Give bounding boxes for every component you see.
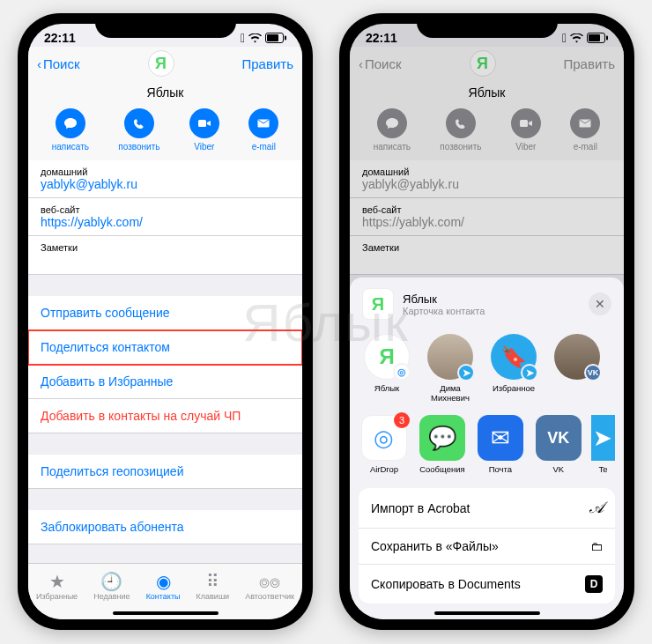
tab-voicemail[interactable]: ⌾⌾Автоответчик xyxy=(245,573,294,601)
action-video[interactable]: Viber xyxy=(189,108,219,152)
notch xyxy=(95,13,236,38)
field-email[interactable]: домашний yablyk@yablyk.ru xyxy=(28,160,302,198)
telegram-badge-icon: ➤ xyxy=(457,364,475,381)
action-call[interactable]: позвонить xyxy=(118,108,159,152)
action-message: написать xyxy=(374,108,411,152)
contact-avatar-icon: Я xyxy=(148,50,174,77)
row-block-caller[interactable]: Заблокировать абонента xyxy=(28,510,302,544)
share-person[interactable]: Я ◎ Яблык xyxy=(359,334,415,403)
row-add-emergency[interactable]: Добавить в контакты на случай ЧП xyxy=(28,399,302,433)
field-notes: Заметки xyxy=(350,236,624,275)
chevron-left-icon: ‹ xyxy=(37,56,41,71)
avatar-telegram-saved: 🔖 ➤ xyxy=(491,334,537,380)
home-indicator[interactable] xyxy=(113,611,219,615)
contact-icon: ◉ xyxy=(156,573,171,590)
field-email: домашний yablyk@yablyk.ru xyxy=(350,160,624,198)
sheet-thumb-icon: Я xyxy=(362,288,394,320)
back-button[interactable]: ‹ Поиск xyxy=(359,56,402,71)
contact-avatar-icon: Я xyxy=(470,50,496,77)
share-app-partial[interactable]: ➤ Te xyxy=(591,415,615,474)
notch xyxy=(417,13,558,38)
share-people-row[interactable]: Я ◎ Яблык ➤ Дима Михневич 🔖 ➤ Избранное xyxy=(350,330,624,411)
contact-actions-row: написать позвонить Viber e-mail xyxy=(28,105,302,160)
action-copy-documents[interactable]: Скопировать в Documents D xyxy=(359,565,615,603)
home-indicator[interactable] xyxy=(434,611,540,615)
share-person[interactable]: VK xyxy=(549,334,605,403)
badge-count: 3 xyxy=(394,412,410,428)
tab-keypad[interactable]: ⠿Клавиши xyxy=(196,573,230,601)
mail-icon xyxy=(256,116,270,130)
battery-icon xyxy=(587,33,608,43)
sheet-subtitle: Карточка контакта xyxy=(403,306,485,316)
airdrop-icon: ◎3 xyxy=(361,415,407,461)
airdrop-badge-icon: ◎ xyxy=(393,363,411,381)
share-person[interactable]: 🔖 ➤ Избранное xyxy=(485,334,542,403)
field-notes[interactable]: Заметки xyxy=(28,236,302,275)
close-button[interactable]: ✕ xyxy=(589,292,611,315)
share-app-mail[interactable]: ✉ Почта xyxy=(475,415,526,474)
documents-icon: D xyxy=(585,575,603,593)
avatar-initial: Я ◎ xyxy=(364,334,410,380)
contact-actions-row: написать позвонить Viber e-mail xyxy=(350,105,624,160)
svg-rect-1 xyxy=(267,34,278,41)
action-email: e-mail xyxy=(570,108,600,152)
vk-badge-icon: VK xyxy=(584,364,602,381)
svg-rect-8 xyxy=(520,120,528,127)
sheet-title: Яблык xyxy=(403,292,485,306)
tab-recents[interactable]: 🕘Недавние xyxy=(93,573,130,601)
avatar-photo: ➤ xyxy=(427,334,473,380)
action-save-files[interactable]: Сохранить в «Файлы» 🗀 xyxy=(359,529,615,565)
vk-icon: VK xyxy=(536,415,582,461)
edit-button[interactable]: Править xyxy=(241,56,293,71)
signal-icon: 􀙇 xyxy=(562,31,567,45)
messages-icon: 💬 xyxy=(419,415,465,461)
message-icon xyxy=(63,116,78,130)
screen-right: 22:11 􀙇 ‹ Поиск Я Править Яблык написать… xyxy=(350,24,624,619)
clock-icon: 🕘 xyxy=(100,573,122,590)
tab-favorites[interactable]: ★Избранные xyxy=(36,573,78,601)
contact-name: Яблык xyxy=(350,82,624,105)
back-label: Поиск xyxy=(43,56,80,71)
voicemail-icon: ⌾⌾ xyxy=(259,573,280,590)
telegram-badge-icon: ➤ xyxy=(521,364,538,381)
action-email[interactable]: e-mail xyxy=(248,108,278,152)
status-indicators: 􀙇 xyxy=(562,31,608,45)
video-icon xyxy=(197,116,211,130)
wifi-icon xyxy=(570,33,583,43)
status-indicators: 􀙇 xyxy=(241,31,286,45)
share-sheet: Я Яблык Карточка контакта ✕ Я ◎ Яблык ➤ xyxy=(350,278,624,619)
share-app-airdrop[interactable]: ◎3 AirDrop xyxy=(359,415,410,474)
row-send-message[interactable]: Отправить сообщение xyxy=(28,296,302,330)
field-website[interactable]: веб-сайт https://yablyk.com/ xyxy=(28,198,302,236)
status-time: 22:11 xyxy=(44,31,76,45)
star-icon: ★ xyxy=(49,573,65,590)
back-button[interactable]: ‹ Поиск xyxy=(37,56,80,71)
mail-app-icon: ✉ xyxy=(478,415,523,461)
share-person[interactable]: ➤ Дима Михневич xyxy=(422,334,478,403)
field-label: веб-сайт xyxy=(41,204,290,215)
phone-right: 22:11 􀙇 ‹ Поиск Я Править Яблык написать… xyxy=(339,13,634,630)
chevron-left-icon: ‹ xyxy=(359,56,363,71)
status-time: 22:11 xyxy=(366,31,397,45)
share-app-vk[interactable]: VK VK xyxy=(533,415,584,474)
svg-rect-6 xyxy=(589,34,600,41)
row-share-location[interactable]: Поделиться геопозицией xyxy=(28,455,302,489)
action-import-acrobat[interactable]: Импорт в Acrobat 𝒜 xyxy=(359,488,615,529)
avatar-photo: VK xyxy=(554,334,600,380)
row-add-favorites[interactable]: Добавить в Избранные xyxy=(28,365,302,399)
nav-bar: ‹ Поиск Я Править xyxy=(350,47,624,82)
nav-bar: ‹ Поиск Я Править xyxy=(28,47,302,82)
acrobat-icon: 𝒜 xyxy=(589,499,603,517)
battery-icon xyxy=(265,33,286,43)
action-message[interactable]: написать xyxy=(52,108,89,152)
wifi-icon xyxy=(248,33,262,43)
share-app-messages[interactable]: 💬 Сообщения xyxy=(417,415,468,474)
row-share-contact[interactable]: Поделиться контактом xyxy=(28,330,302,365)
phone-left: 22:11 􀙇 ‹ Поиск Я Править Яблык написать… xyxy=(18,13,313,630)
action-video: Viber xyxy=(511,108,541,152)
field-website: веб-сайт https://yablyk.com/ xyxy=(350,198,624,236)
svg-rect-3 xyxy=(198,120,206,127)
edit-button[interactable]: Править xyxy=(563,56,615,71)
share-apps-row[interactable]: ◎3 AirDrop 💬 Сообщения ✉ Почта VK VK ➤ xyxy=(350,411,624,483)
tab-contacts[interactable]: ◉Контакты xyxy=(146,573,181,601)
